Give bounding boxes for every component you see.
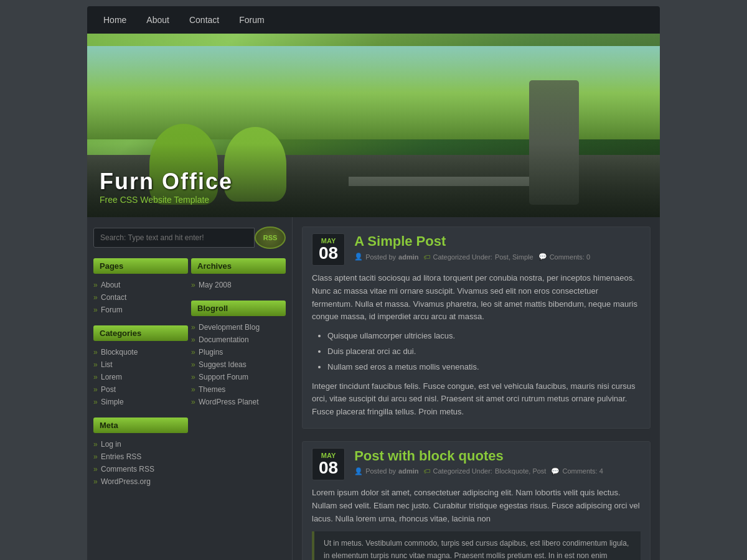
nav-forum[interactable]: Forum <box>229 7 274 32</box>
nav-home[interactable]: Home <box>93 7 136 32</box>
pages-list: About Contact Forum <box>93 277 188 318</box>
sidebar: RSS Pages About Contact Forum <box>87 217 293 560</box>
search-area: RSS <box>93 226 286 249</box>
meta-list: Log in Entries RSS Comments RSS WordPres… <box>93 436 188 490</box>
archives-title: Archives <box>191 258 286 274</box>
post-paragraph-2: Integer tincidunt faucibus felis. Fusce … <box>312 380 641 419</box>
list-item: Contact <box>93 291 188 304</box>
blogroll-section: Blogroll Development Blog Documentation … <box>191 301 286 410</box>
blogroll-list: Development Blog Documentation Plugins S… <box>191 319 286 410</box>
post-comments-1: 💬 Comments: 0 <box>538 253 590 261</box>
post-title-1[interactable]: A Simple Post <box>354 233 641 250</box>
list-item: Plugins <box>191 346 286 358</box>
pages-title: Pages <box>93 258 188 274</box>
tag-icon: 🏷 <box>423 253 430 261</box>
nav-contact[interactable]: Contact <box>179 7 229 32</box>
post-categories-2: 🏷 Categorized Under: Blockquote, Post <box>423 467 546 475</box>
site-title: Furn Office <box>100 169 233 195</box>
post-paragraph-3: Lorem ipsum dolor sit amet, consectetuer… <box>312 487 641 525</box>
post-content-1: Class aptent taciti sociosqu ad litora t… <box>303 266 650 428</box>
comment-icon: 💬 <box>538 253 547 261</box>
list-item: List <box>93 358 188 371</box>
list-item: Quisque ullamcorper ultricies lacus. <box>327 330 641 343</box>
nav-about[interactable]: About <box>136 7 179 32</box>
header-text: Furn Office Free CSS Website Template <box>100 169 233 205</box>
site-subtitle: Free CSS Website Template <box>100 195 233 205</box>
blogroll-title: Blogroll <box>191 301 286 316</box>
user-icon: 👤 <box>354 467 363 475</box>
list-item: Support Forum <box>191 371 286 383</box>
meta-title: Meta <box>93 418 188 433</box>
list-item: WordPress Planet <box>191 396 286 408</box>
post-categories-1: 🏷 Categorized Under: Post, Simple <box>423 253 533 261</box>
list-item: Comments RSS <box>93 463 188 475</box>
comment-icon: 💬 <box>551 467 560 475</box>
post-blockquote-1: Ut in metus. Vestibulum commodo, turpis … <box>312 531 641 560</box>
post-title-2[interactable]: Post with block quotes <box>354 448 641 464</box>
list-item: May 2008 <box>191 279 286 291</box>
archives-list: May 2008 <box>191 277 286 293</box>
post-day-2: 08 <box>319 459 338 477</box>
user-icon: 👤 <box>354 253 363 261</box>
rss-button[interactable]: RSS <box>255 226 286 249</box>
list-item: Development Blog <box>191 321 286 334</box>
post-day-1: 08 <box>319 245 338 262</box>
list-item: Post <box>93 383 188 396</box>
navigation: Home About Contact Forum <box>87 6 660 34</box>
post-paragraph-1: Class aptent taciti sociosqu ad litora t… <box>312 272 641 324</box>
post-header-1: MAY 08 A Simple Post 👤 Posted by admin 🏷 <box>303 227 650 266</box>
post-comments-2: 💬 Comments: 4 <box>551 467 603 475</box>
site-header: Furn Office Free CSS Website Template <box>87 34 660 217</box>
list-item: Simple <box>93 396 188 408</box>
post-list-1: Quisque ullamcorper ultricies lacus. Dui… <box>327 330 641 373</box>
list-item: Themes <box>191 383 286 396</box>
pages-section: Pages About Contact Forum <box>93 258 188 318</box>
post-author-1: 👤 Posted by admin <box>354 253 418 261</box>
categories-list: Blockquote List Lorem Post Simple <box>93 344 188 410</box>
list-item: Entries RSS <box>93 450 188 463</box>
list-item: Lorem <box>93 371 188 383</box>
post-meta-1: 👤 Posted by admin 🏷 Categorized Under: P… <box>354 253 641 261</box>
list-item: Log in <box>93 438 188 450</box>
categories-section: Categories Blockquote List Lorem Post Si… <box>93 325 188 410</box>
list-item: Suggest Ideas <box>191 358 286 371</box>
date-box-2: MAY 08 <box>312 448 345 480</box>
post-2: MAY 08 Post with block quotes 👤 Posted b… <box>302 441 651 560</box>
post-title-wrap-1: A Simple Post 👤 Posted by admin 🏷 Catego… <box>354 233 641 261</box>
list-item: Duis placerat orci ac dui. <box>327 345 641 358</box>
post-1: MAY 08 A Simple Post 👤 Posted by admin 🏷 <box>302 226 651 429</box>
tag-icon: 🏷 <box>423 467 430 475</box>
categories-title: Categories <box>93 325 188 341</box>
date-box-1: MAY 08 <box>312 233 345 266</box>
list-item: Forum <box>93 304 188 316</box>
post-header-2: MAY 08 Post with block quotes 👤 Posted b… <box>303 442 650 480</box>
archives-section: Archives May 2008 <box>191 258 286 293</box>
list-item: Documentation <box>191 334 286 346</box>
post-title-wrap-2: Post with block quotes 👤 Posted by admin… <box>354 448 641 475</box>
list-item: Nullam sed eros a metus mollis venenatis… <box>327 361 641 374</box>
list-item: Blockquote <box>93 346 188 358</box>
post-author-2: 👤 Posted by admin <box>354 467 418 475</box>
main-content: MAY 08 A Simple Post 👤 Posted by admin 🏷 <box>293 217 660 560</box>
list-item: About <box>93 279 188 291</box>
search-input[interactable] <box>93 228 255 248</box>
post-meta-2: 👤 Posted by admin 🏷 Categorized Under: B… <box>354 467 641 475</box>
post-content-2: Lorem ipsum dolor sit amet, consectetuer… <box>303 480 650 560</box>
meta-section: Meta Log in Entries RSS Comments RSS Wor… <box>93 418 188 490</box>
list-item: WordPress.org <box>93 475 188 488</box>
